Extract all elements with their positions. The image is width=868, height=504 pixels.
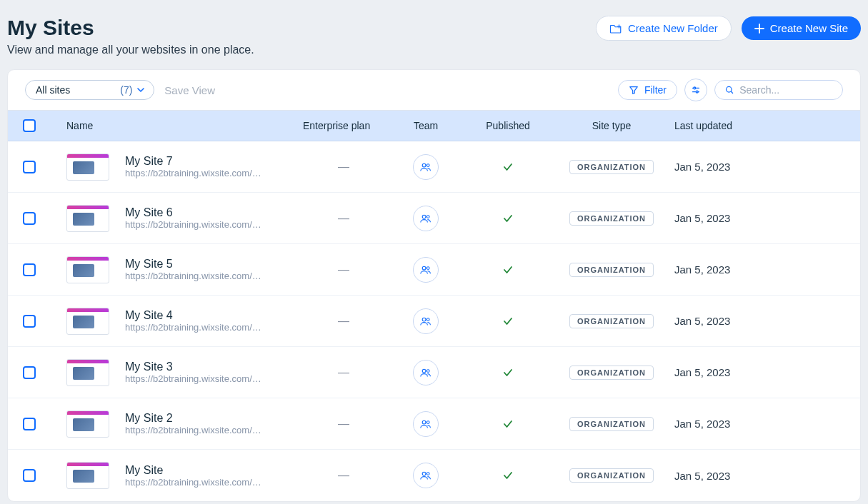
svg-point-0 (694, 87, 696, 89)
site-name: My Site 6 (125, 206, 268, 219)
column-plan[interactable]: Enterprise plan (297, 120, 390, 131)
site-thumbnail (66, 410, 109, 438)
search-icon (725, 85, 734, 95)
team-icon[interactable] (413, 360, 439, 385)
filter-button-label: Filter (644, 84, 667, 96)
site-name: My Site (125, 464, 261, 477)
table-row[interactable]: My Site 6https://b2btraining.wixsite.com… (8, 193, 860, 244)
toolbar: All sites (7) Save View Filter (8, 70, 860, 110)
published-cell (462, 317, 554, 326)
search-field[interactable] (714, 80, 843, 100)
plan-cell: — (297, 161, 390, 173)
site-name: My Site 5 (125, 258, 268, 271)
page-subtitle: View and manage all your websites in one… (7, 44, 254, 56)
plan-cell: — (297, 263, 390, 276)
folder-plus-icon (609, 23, 622, 34)
svg-point-8 (426, 266, 429, 269)
svg-point-12 (426, 369, 429, 372)
site-type-tag: ORGANIZATION (569, 366, 654, 380)
site-filter-count: (7) (120, 84, 132, 96)
site-thumbnail (66, 205, 109, 232)
column-published[interactable]: Published (462, 120, 554, 131)
svg-point-6 (426, 215, 429, 218)
published-cell (462, 163, 554, 171)
last-updated-cell: Jan 5, 2023 (669, 366, 812, 378)
plan-cell: — (297, 366, 390, 379)
row-checkbox[interactable] (23, 366, 36, 379)
plan-cell: — (297, 469, 390, 482)
site-type-tag: ORGANIZATION (569, 468, 654, 483)
page-title: My Sites (7, 16, 254, 39)
last-updated-cell: Jan 5, 2023 (669, 212, 812, 224)
svg-point-9 (422, 318, 426, 321)
svg-point-7 (422, 266, 426, 270)
site-type-tag: ORGANIZATION (569, 417, 654, 431)
table-row[interactable]: My Site 3https://b2btraining.wixsite.com… (8, 347, 860, 398)
site-url: https://b2btraining.wixsite.com/… (125, 477, 261, 488)
plan-cell: — (297, 212, 390, 225)
svg-point-3 (422, 163, 426, 167)
site-thumbnail (66, 256, 109, 283)
column-site-type[interactable]: Site type (554, 120, 669, 131)
team-icon[interactable] (413, 206, 439, 231)
check-icon (503, 317, 513, 326)
filter-icon (629, 85, 639, 95)
site-thumbnail (66, 359, 109, 386)
site-url: https://b2btraining.wixsite.com/w… (125, 322, 268, 333)
site-type-tag: ORGANIZATION (569, 160, 654, 174)
table-row[interactable]: My Site 2https://b2btraining.wixsite.com… (8, 398, 860, 450)
check-icon (503, 266, 513, 274)
last-updated-cell: Jan 5, 2023 (669, 161, 812, 173)
team-icon[interactable] (413, 308, 439, 334)
column-last-updated[interactable]: Last updated (669, 120, 812, 131)
plan-cell: — (297, 418, 390, 430)
site-thumbnail (66, 462, 109, 489)
row-checkbox[interactable] (23, 418, 36, 430)
svg-point-1 (696, 91, 698, 93)
table-row[interactable]: My Site 5https://b2btraining.wixsite.com… (8, 244, 860, 296)
svg-point-11 (422, 369, 426, 373)
site-name: My Site 4 (125, 309, 268, 322)
table-row[interactable]: My Site 7https://b2btraining.wixsite.com… (8, 141, 860, 193)
site-url: https://b2btraining.wixsite.com/w… (125, 271, 268, 281)
create-site-button[interactable]: Create New Site (742, 16, 861, 40)
last-updated-cell: Jan 5, 2023 (669, 418, 812, 430)
search-input[interactable] (739, 84, 832, 96)
svg-point-5 (422, 215, 426, 218)
site-filter-dropdown[interactable]: All sites (7) (25, 80, 154, 100)
check-icon (503, 420, 513, 428)
team-icon[interactable] (413, 257, 439, 283)
create-folder-label: Create New Folder (628, 22, 718, 34)
column-name[interactable]: Name (51, 120, 297, 131)
team-icon[interactable] (413, 154, 439, 180)
save-view-button[interactable]: Save View (164, 84, 215, 96)
svg-point-14 (426, 420, 429, 423)
check-icon (503, 368, 513, 377)
team-icon[interactable] (413, 463, 439, 488)
published-cell (462, 420, 554, 428)
table-row[interactable]: My Sitehttps://b2btraining.wixsite.com/…… (8, 450, 860, 501)
row-checkbox[interactable] (23, 469, 36, 482)
last-updated-cell: Jan 5, 2023 (669, 315, 812, 327)
site-url: https://b2btraining.wixsite.com/w… (125, 425, 268, 435)
column-team[interactable]: Team (390, 120, 462, 131)
row-checkbox[interactable] (23, 161, 36, 173)
row-checkbox[interactable] (23, 263, 36, 276)
select-all-checkbox[interactable] (23, 119, 36, 132)
row-checkbox[interactable] (23, 212, 36, 225)
plan-cell: — (297, 315, 390, 328)
team-icon[interactable] (413, 411, 439, 437)
svg-point-15 (422, 472, 426, 475)
page-header: My Sites View and manage all your websit… (7, 7, 861, 69)
row-checkbox[interactable] (23, 315, 36, 328)
filter-button[interactable]: Filter (618, 80, 677, 100)
last-updated-cell: Jan 5, 2023 (669, 470, 812, 482)
site-type-tag: ORGANIZATION (569, 263, 654, 277)
table-row[interactable]: My Site 4https://b2btraining.wixsite.com… (8, 296, 860, 347)
create-folder-button[interactable]: Create New Folder (596, 16, 732, 41)
published-cell (462, 471, 554, 480)
svg-point-4 (426, 163, 429, 166)
site-filter-label: All sites (36, 84, 70, 96)
site-thumbnail (66, 308, 109, 335)
settings-button[interactable] (684, 79, 707, 101)
